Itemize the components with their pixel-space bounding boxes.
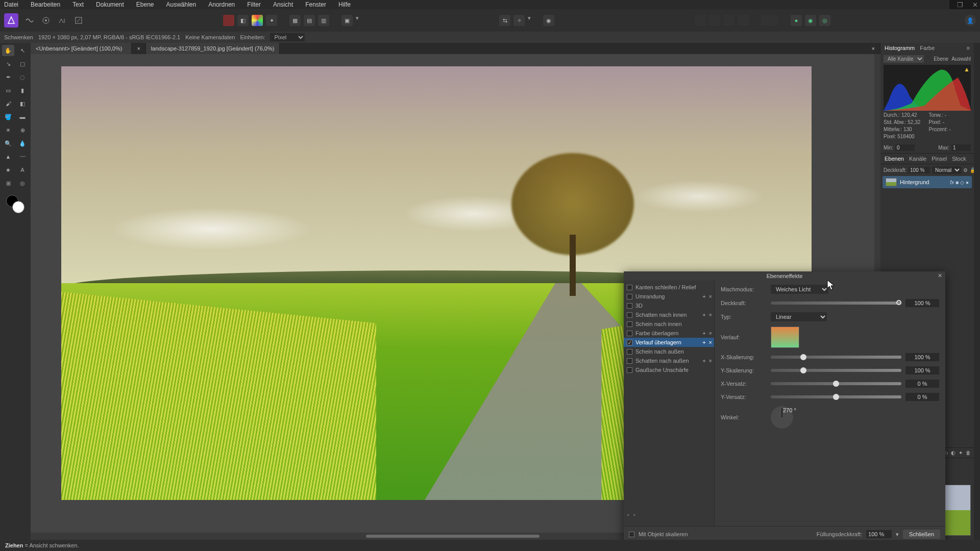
yoff-slider[interactable] <box>771 395 901 398</box>
swatch-red-icon[interactable] <box>223 15 234 26</box>
fx-remove-icon[interactable]: × <box>709 339 712 345</box>
histogram-selection-btn[interactable]: Auswahl <box>951 56 971 62</box>
tab-color[interactable]: Farbe <box>920 45 935 51</box>
fx-outline[interactable]: Umrandung+× <box>624 292 714 301</box>
move-tool[interactable]: ↖ <box>16 45 29 56</box>
opacity-value[interactable]: 100 % <box>905 299 939 307</box>
menu-fenster[interactable]: Fenster <box>305 1 326 8</box>
mesh-tool[interactable]: ⊞ <box>2 178 14 189</box>
fx-bevel[interactable]: Kanten schleifen / Relief <box>624 283 714 292</box>
autocolor-icon[interactable] <box>252 15 263 26</box>
histogram-max-input[interactable] <box>951 144 971 151</box>
crop-tool[interactable]: ▢ <box>16 58 29 69</box>
panel-menu-icon[interactable]: ≡ <box>967 45 970 51</box>
scale-with-object-checkbox[interactable] <box>629 532 634 537</box>
node-tool[interactable]: ↘ <box>2 58 14 69</box>
layer-delete-icon[interactable]: 🗑 <box>966 450 971 456</box>
dropdown-chevron-icon[interactable]: ▾ <box>356 15 359 26</box>
layer-opacity-input[interactable] <box>909 167 930 173</box>
tab-close-1[interactable]: × <box>132 43 145 54</box>
fill-tool[interactable]: 🪣 <box>2 111 14 122</box>
hand-tool[interactable]: ✋ <box>2 45 14 56</box>
fx-remove-icon[interactable]: × <box>709 358 712 364</box>
persona-develop-icon[interactable] <box>40 14 52 27</box>
fx-outer-glow[interactable]: Schein nach außen <box>624 347 714 356</box>
fx-up-icon[interactable]: ˄ <box>627 514 630 520</box>
histogram-layer-btn[interactable]: Ebene <box>934 56 948 62</box>
layer-blend-select[interactable]: Normal <box>932 166 961 174</box>
lasso-tool[interactable]: ◌ <box>16 71 29 83</box>
menu-ebene[interactable]: Ebene <box>136 1 154 8</box>
quickmask-icon[interactable]: ◉ <box>543 15 554 26</box>
yscale-slider[interactable] <box>771 369 901 372</box>
brush-tool[interactable]: 🖌 <box>2 98 14 109</box>
layer-fx-icon[interactable]: ✦ <box>959 450 963 456</box>
menu-text[interactable]: Text <box>72 1 84 8</box>
xscale-slider[interactable] <box>771 356 901 359</box>
layer-lock-icon[interactable]: ■ <box>955 180 959 185</box>
panel-dock-strip[interactable] <box>974 43 980 540</box>
persona-export-icon[interactable] <box>72 14 85 27</box>
arrange-icon[interactable]: ⇆ <box>499 15 510 26</box>
pen-tool[interactable]: ✒ <box>2 71 14 83</box>
layer-visible-icon[interactable]: ● <box>966 180 969 185</box>
tab-stock[interactable]: Stock <box>952 156 966 162</box>
persona-tone-icon[interactable] <box>56 14 68 27</box>
layer-adjust-icon[interactable]: ◐ <box>951 450 955 456</box>
window-close-icon[interactable]: ✕ <box>972 1 978 9</box>
fx-gradient-overlay[interactable]: Verlauf überlagern+× <box>624 338 714 347</box>
autocontrast-icon[interactable]: ✦ <box>266 15 277 26</box>
fx-inner-glow[interactable]: Schein nach innen <box>624 319 714 329</box>
vector-brush-tool[interactable]: 〰 <box>16 151 29 162</box>
cloud-3-icon[interactable]: ◎ <box>819 15 830 26</box>
dropdown-chevron-icon[interactable]: ▾ <box>896 531 899 538</box>
flood-tool[interactable]: ▮ <box>16 85 29 96</box>
eraser-tool[interactable]: ◧ <box>16 98 29 109</box>
fx-remove-icon[interactable]: × <box>709 312 712 318</box>
menu-bearbeiten[interactable]: Bearbeiten <box>31 1 60 8</box>
cloud-2-icon[interactable]: ◉ <box>805 15 816 26</box>
fx-gaussian-blur[interactable]: Gaußsche Unschärfe <box>624 365 714 374</box>
dodge-tool[interactable]: ☀ <box>2 124 14 136</box>
stamp-tool[interactable]: ⊕ <box>16 124 29 136</box>
xscale-value[interactable]: 100 % <box>905 353 939 361</box>
lock-icon[interactable]: 🔒 <box>970 167 974 173</box>
fx-add-icon[interactable]: + <box>702 312 705 318</box>
tab-histogram[interactable]: Histogramm <box>885 45 915 51</box>
histogram-min-input[interactable] <box>895 144 915 151</box>
tab-layers[interactable]: Ebenen <box>885 156 904 162</box>
layer-link-icon[interactable]: ◇ <box>960 180 964 185</box>
picker-tool[interactable]: ◎ <box>16 178 29 189</box>
units-select[interactable]: Pixel <box>270 33 305 41</box>
menu-datei[interactable]: Datei <box>4 1 18 8</box>
fx-add-icon[interactable]: + <box>702 330 705 336</box>
fx-add-icon[interactable]: + <box>702 358 705 364</box>
tab-channels[interactable]: Kanäle <box>909 156 926 162</box>
zoom-tool[interactable]: 🔍 <box>2 138 14 149</box>
fx-3d[interactable]: 3D <box>624 301 714 310</box>
grid-3-icon[interactable]: ▥ <box>318 15 329 26</box>
layer-row-background[interactable]: Hintergrund fx ■ ◇ ● <box>883 176 972 188</box>
fx-remove-icon[interactable]: × <box>709 293 712 299</box>
fx-color-overlay[interactable]: Farbe überlagern+× <box>624 329 714 338</box>
close-button[interactable]: Schließen <box>903 530 940 539</box>
grid-2-icon[interactable]: ▤ <box>304 15 315 26</box>
tab-document-2[interactable]: landscape-3127859_1920.jpg [Geändert] (7… <box>146 43 280 54</box>
xoff-value[interactable]: 0 % <box>905 380 939 388</box>
align-icon[interactable]: ✧ <box>513 15 525 26</box>
fx-remove-icon[interactable]: × <box>709 330 712 336</box>
text-tool[interactable]: A <box>16 164 29 176</box>
yoff-value[interactable]: 0 % <box>905 393 939 401</box>
tab-brushes[interactable]: Pinsel <box>932 156 947 162</box>
fill-opacity-input[interactable] <box>866 530 892 538</box>
fx-add-icon[interactable]: + <box>702 339 705 345</box>
account-icon[interactable]: 👤 <box>965 15 976 26</box>
fx-down-icon[interactable]: ˅ <box>633 514 636 520</box>
dialog-title[interactable]: Ebeneneffekte ✕ <box>624 271 945 281</box>
blend-mode-select[interactable]: Weiches Licht <box>771 285 828 294</box>
persona-liquify-icon[interactable] <box>23 14 36 27</box>
dropdown-chevron-icon[interactable]: ▾ <box>528 15 531 26</box>
smudge-tool[interactable]: 💧 <box>16 138 29 149</box>
fx-add-icon[interactable]: + <box>702 293 705 299</box>
marquee-tool[interactable]: ▭ <box>2 85 14 96</box>
